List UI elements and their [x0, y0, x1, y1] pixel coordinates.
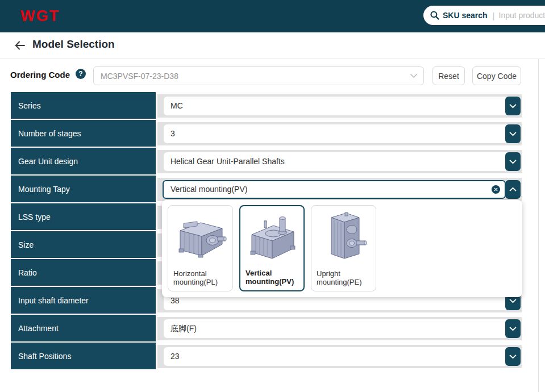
ordering-code-label: Ordering Code [10, 70, 70, 80]
chevron-up-icon[interactable] [505, 180, 521, 199]
row-gear-unit-design: Gear Unit design Helical Gear Unit-Paral… [0, 148, 545, 176]
row-shaft-positions: Shaft Positions 23 [0, 343, 545, 370]
row-label-size: Size [11, 231, 156, 258]
row-label-attachment: Attachment [11, 315, 156, 341]
chevron-down-icon[interactable] [505, 97, 521, 115]
clear-icon[interactable] [492, 185, 500, 194]
row-label-number-of-stages: Number of stages [11, 120, 156, 147]
select-shaft-positions[interactable]: 23 [164, 347, 521, 366]
chevron-down-icon[interactable] [505, 319, 521, 338]
row-number-of-stages: Number of stages 3 [0, 120, 545, 148]
wgt-logo: WGT [20, 7, 60, 24]
chevron-down-icon [410, 73, 418, 78]
row-label-mounting-type: Mounting Tapy [11, 176, 156, 202]
ordering-code-value: MC3PVSF-07-23-D38 [101, 72, 410, 81]
row-series: Series MC [0, 92, 545, 120]
row-label-shaft-positions: Shaft Positions [11, 343, 156, 369]
row-label-input-shaft-diameter: Input shaft diameter [11, 287, 156, 314]
row-label-gear-unit-design: Gear Unit design [11, 148, 156, 174]
option-vertical-mounting[interactable]: Vertical mounting(PV) [239, 205, 305, 291]
sku-search-label: SKU search [443, 11, 488, 20]
chevron-down-icon[interactable] [505, 124, 521, 143]
row-label-ratio: Ratio [11, 259, 156, 286]
ordering-code-row: Ordering Code ? MC3PVSF-07-23-D38 Reset … [0, 64, 545, 89]
chevron-down-icon[interactable] [505, 347, 521, 366]
row-label-lss-type: LSS type [11, 203, 156, 230]
option-upright-mounting[interactable]: Upright mounting(PE) [311, 205, 376, 291]
select-attachment[interactable]: 底脚(F) [164, 319, 521, 338]
sku-search-input[interactable] [499, 11, 545, 20]
chevron-down-icon[interactable] [505, 152, 521, 171]
option-label: Horizontal mounting(PL) [173, 269, 229, 287]
title-bar: Model Selection [0, 32, 545, 59]
copy-code-button[interactable]: Copy Code [472, 66, 521, 85]
search-icon [430, 10, 440, 20]
app-header: WGT SKU search | [0, 0, 545, 32]
row-label-series: Series [11, 92, 156, 119]
mounting-type-dropdown-panel: Horizontal mounting(PL) Vertical mountin… [162, 200, 522, 297]
divider [0, 59, 545, 59]
select-mounting-type[interactable]: Vertical mounting(PV) [163, 180, 506, 199]
option-label: Vertical mounting(PV) [246, 269, 300, 286]
select-number-of-stages[interactable]: 3 [164, 124, 521, 143]
option-label: Upright mounting(PE) [317, 269, 372, 287]
page-title: Model Selection [32, 38, 115, 51]
sku-search[interactable]: SKU search | [423, 6, 545, 25]
row-attachment: Attachment 底脚(F) [0, 315, 545, 343]
select-gear-unit-design[interactable]: Helical Gear Unit-Parallel Shafts [164, 152, 521, 171]
option-horizontal-mounting[interactable]: Horizontal mounting(PL) [168, 205, 233, 291]
row-mounting-type: Mounting Tapy Vertical mounting(PV) [0, 176, 545, 203]
horizontal-mounting-image [172, 208, 229, 265]
ordering-code-combobox[interactable]: MC3PVSF-07-23-D38 [93, 66, 424, 85]
back-arrow-icon[interactable] [14, 39, 26, 52]
upright-mounting-image [315, 208, 372, 265]
sku-divider: | [493, 11, 495, 20]
help-icon[interactable]: ? [76, 69, 86, 79]
reset-button[interactable]: Reset [432, 66, 465, 85]
vertical-mounting-image [244, 208, 301, 265]
select-series[interactable]: MC [164, 97, 521, 115]
